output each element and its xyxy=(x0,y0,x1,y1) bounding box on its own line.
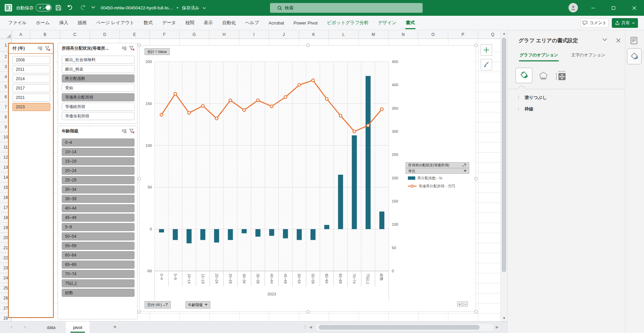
slicer-item-5~9[interactable]: 5~9 xyxy=(62,223,135,231)
resize-handle[interactable] xyxy=(306,44,310,47)
legend-item-line[interactable]: 等価再分配所得 - 万円 xyxy=(408,184,455,188)
column-header-M[interactable]: M xyxy=(359,30,388,39)
save-icon[interactable] xyxy=(55,4,62,11)
column-header-B[interactable]: B xyxy=(30,30,60,39)
avatar[interactable] xyxy=(569,3,578,12)
legend-item-bar[interactable]: 再分配係数 - % xyxy=(408,176,455,180)
column-header-G[interactable]: G xyxy=(179,30,209,39)
slicer-item-20~24[interactable]: 20~24 xyxy=(62,167,135,175)
slicer-item-45~49[interactable]: 45~49 xyxy=(62,214,135,222)
horizontal-scrollbar[interactable] xyxy=(316,324,493,331)
column-header-C[interactable]: C xyxy=(60,30,90,39)
column-header-Q[interactable]: Q xyxy=(478,30,500,39)
column-header-L[interactable]: L xyxy=(329,30,359,39)
vertical-scroll-thumb[interactable] xyxy=(502,38,506,272)
slicer-item-35~39[interactable]: 35~39 xyxy=(62,195,135,203)
slicer-item-15~19[interactable]: 15~19 xyxy=(62,157,135,165)
ribbon-tab-9[interactable]: 自動化 xyxy=(218,16,241,30)
vertical-scrollbar[interactable]: ▲ ▼ xyxy=(500,30,507,321)
autosave-toggle[interactable]: オン xyxy=(36,4,52,11)
resize-handle[interactable] xyxy=(138,310,141,314)
ribbon-tab-6[interactable]: データ xyxy=(157,16,180,30)
pane-collapse-icon[interactable] xyxy=(602,38,607,41)
share-button[interactable]: 共有 xyxy=(612,18,638,28)
slicer-item-2017[interactable]: 2017 xyxy=(12,84,50,92)
ribbon-tab-15[interactable]: 書式 xyxy=(401,16,420,30)
column-header-N[interactable]: N xyxy=(388,30,418,39)
slicer-income-redistribution[interactable]: 所得再分配状況(等価所...拠出_社会保険料拠出_税金再分配係数受給等価再分配所… xyxy=(58,43,138,124)
slicer-item-2008[interactable]: 2008 xyxy=(12,56,50,64)
sheet-tab-data[interactable]: data xyxy=(40,322,63,333)
ribbon-tab-5[interactable]: 数式 xyxy=(139,16,157,30)
slicer-item-55~59[interactable]: 55~59 xyxy=(62,242,135,250)
horizontal-scroll-thumb[interactable] xyxy=(319,325,480,330)
slicer-item-40~44[interactable]: 40~44 xyxy=(62,204,135,212)
hscroll-right-icon[interactable]: ▶ xyxy=(496,325,498,329)
redo-icon[interactable] xyxy=(79,4,87,11)
clear-filter-icon[interactable] xyxy=(129,46,135,51)
column-header-I[interactable]: I xyxy=(239,30,269,39)
slicer-item-拠出_税金[interactable]: 拠出_税金 xyxy=(62,65,135,73)
fill-options-button[interactable] xyxy=(516,68,532,83)
column-header-P[interactable]: P xyxy=(448,30,478,39)
multiselect-icon[interactable] xyxy=(122,46,127,51)
slicer-item-2023[interactable]: 2023 xyxy=(12,103,50,111)
quick-access-chevron-icon[interactable] xyxy=(91,6,95,9)
ribbon-tab-1[interactable]: ホーム xyxy=(31,16,54,30)
slicer-item-等価総所得[interactable]: 等価総所得 xyxy=(62,103,135,111)
clear-filter-icon[interactable] xyxy=(129,129,135,133)
close-button[interactable] xyxy=(627,0,642,16)
column-header-O[interactable]: O xyxy=(418,30,448,39)
tab-text-options[interactable]: 文字のオプション xyxy=(571,52,605,58)
column-header-J[interactable]: J xyxy=(269,30,299,39)
slicer-item-再分配係数[interactable]: 再分配係数 xyxy=(62,74,135,82)
column-header-E[interactable]: E xyxy=(120,30,150,39)
ribbon-tab-10[interactable]: ヘルプ xyxy=(240,16,264,30)
legend-unit-field-button[interactable]: 単位 xyxy=(406,168,469,174)
slicer-item-65~69[interactable]: 65~69 xyxy=(62,261,135,269)
slicer-item-25~29[interactable]: 25~29 xyxy=(62,176,135,184)
slicer-item-2021[interactable]: 2021 xyxy=(12,94,50,102)
select-all-corner[interactable] xyxy=(0,30,12,39)
slicer-date-year[interactable]: 付 (年)200820112014201720212023 xyxy=(8,43,54,318)
chart-elements-button[interactable] xyxy=(481,44,492,56)
legend-filter-field-button[interactable]: 所得再分配状況(等価所得) xyxy=(406,162,469,168)
undo-icon[interactable] xyxy=(66,4,74,11)
tabbar-splitter-dots[interactable]: ⋮ xyxy=(303,324,308,329)
column-header-H[interactable]: H xyxy=(209,30,239,39)
slicer-item-70~74[interactable]: 70~74 xyxy=(62,270,135,278)
pivot-chart[interactable]: 200150100500-504504003503002502001501005… xyxy=(139,45,476,312)
sheet-nav-prev-icon[interactable]: ‹ xyxy=(11,324,12,330)
slicer-item-2011[interactable]: 2011 xyxy=(12,65,50,73)
resize-handle[interactable] xyxy=(474,44,478,47)
slicer-age-group[interactable]: 年齢階級0~410~1415~1920~2425~2930~3435~3940~… xyxy=(58,126,138,319)
search-input[interactable]: 検索 xyxy=(270,3,423,13)
axis-field-button-date[interactable]: 日付 (年) xyxy=(145,301,171,309)
scroll-up-icon[interactable]: ▲ xyxy=(501,32,507,35)
sheet-nav-next-icon[interactable]: › xyxy=(24,324,26,330)
comments-button[interactable]: コメント xyxy=(581,18,609,28)
column-header-D[interactable]: D xyxy=(90,30,120,39)
slicer-item-2014[interactable]: 2014 xyxy=(12,75,50,83)
rail-document-icon[interactable] xyxy=(628,36,640,46)
hscroll-left-icon[interactable]: ◀ xyxy=(309,325,312,329)
section-border[interactable]: 〉 枠線 xyxy=(518,106,533,112)
size-properties-button[interactable] xyxy=(554,69,568,82)
ribbon-tab-7[interactable]: 校閲 xyxy=(181,16,199,30)
document-title[interactable]: 00450-mhlw-00450422-hyo9-full-lis… • 保存済… xyxy=(101,5,206,11)
ribbon-tab-0[interactable]: ファイル xyxy=(3,16,31,30)
ribbon-tab-11[interactable]: Acrobat xyxy=(264,16,289,30)
ribbon-tab-14[interactable]: デザイン xyxy=(373,16,401,30)
ribbon-tab-4[interactable]: ページ レイアウト xyxy=(91,16,139,30)
resize-handle[interactable] xyxy=(474,310,478,314)
resize-handle[interactable] xyxy=(306,310,310,314)
ribbon-tab-2[interactable]: 挿入 xyxy=(54,16,73,30)
add-sheet-button[interactable]: + xyxy=(113,324,116,330)
expand-button[interactable]: + xyxy=(457,301,462,307)
column-header-F[interactable]: F xyxy=(150,30,179,39)
slicer-item-受給[interactable]: 受給 xyxy=(62,84,135,92)
collapse-button[interactable]: − xyxy=(463,301,468,307)
slicer-item-拠出_社会保険料[interactable]: 拠出_社会保険料 xyxy=(62,56,135,64)
ribbon-tab-12[interactable]: Power Pivot xyxy=(289,16,322,30)
slicer-item-等価当初所得[interactable]: 等価当初所得 xyxy=(62,112,135,120)
